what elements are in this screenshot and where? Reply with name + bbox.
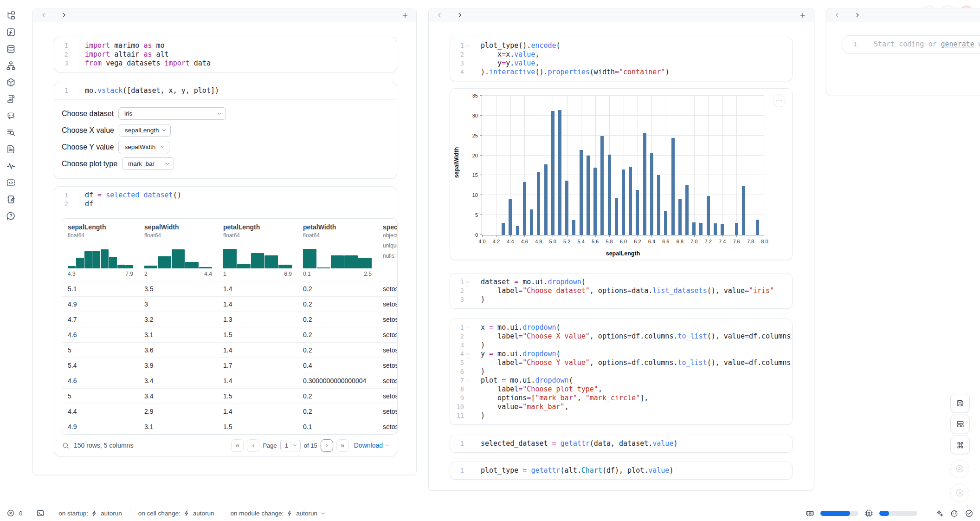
plot-type-cell[interactable]: 1plot_type = getattr(alt.Chart(df), plot… <box>450 462 793 480</box>
function-icon[interactable] <box>5 26 17 38</box>
connection-status-icon[interactable] <box>965 509 974 518</box>
bar[interactable] <box>509 199 512 235</box>
dependency-graph-icon[interactable] <box>5 59 17 72</box>
table-row[interactable]: 4.93.11.50.1setosa <box>62 419 397 434</box>
search-icon[interactable] <box>62 442 70 449</box>
code-text[interactable]: df <box>79 200 397 208</box>
bar[interactable] <box>657 175 660 235</box>
fold-chevron-icon[interactable] <box>464 278 471 287</box>
dataset-select[interactable]: iris <box>118 107 226 120</box>
bar[interactable] <box>742 186 745 235</box>
code-text[interactable]: dataset = mo.ui.dropdown( <box>475 278 792 287</box>
table-row[interactable]: 5.13.51.40.2setosa <box>62 281 397 296</box>
bar[interactable] <box>721 224 724 235</box>
column-header-species[interactable]: speciesobjectuniquenulls: <box>377 223 397 277</box>
dataset-dropdown-cell[interactable]: 1dataset = mo.ui.dropdown(2 label="Choos… <box>450 273 793 309</box>
page-select[interactable]: 1 <box>280 440 301 451</box>
bar[interactable] <box>622 169 625 235</box>
scratch-cell[interactable]: 1Start coding or generate with AI <box>843 35 980 53</box>
vstack-cell[interactable]: 1mo.vstack([dataset, x, y, plot]) Choose… <box>54 82 397 179</box>
table-row[interactable]: 4.42.91.40.2setosa <box>62 404 397 419</box>
bar[interactable] <box>551 111 554 235</box>
first-page-button[interactable]: « <box>231 439 244 452</box>
snippets-icon[interactable] <box>5 176 17 189</box>
code-text[interactable]: ) <box>475 411 792 420</box>
column-histogram[interactable] <box>68 244 133 268</box>
code-text[interactable]: label="Choose plot type", <box>475 385 792 394</box>
bar[interactable] <box>593 168 597 235</box>
bar[interactable] <box>664 211 667 235</box>
code-text[interactable]: label="Choose Y value", options=df.colum… <box>475 358 792 367</box>
column-header-sepalLength[interactable]: sepalLengthfloat644.37.9 <box>62 223 139 277</box>
terminal-icon[interactable] <box>36 509 45 517</box>
bar[interactable] <box>678 199 682 235</box>
column-histogram[interactable] <box>223 244 292 268</box>
chart-actions-button[interactable] <box>773 94 786 107</box>
code-text[interactable]: y=y.value, <box>475 59 792 68</box>
add-cell-button[interactable] <box>799 12 806 19</box>
code-text[interactable]: import marimo as mo <box>79 41 397 50</box>
bar[interactable] <box>636 190 639 235</box>
bar[interactable] <box>516 226 519 235</box>
document-icon[interactable] <box>5 143 17 155</box>
last-page-button[interactable]: » <box>336 439 349 452</box>
bar[interactable] <box>692 222 696 235</box>
bar[interactable] <box>707 196 710 235</box>
bar[interactable] <box>537 172 540 235</box>
table-row[interactable]: 5.43.91.70.4setosa <box>62 358 397 373</box>
chevron-right-icon[interactable] <box>60 12 67 19</box>
bar-chart[interactable]: 4.04.24.44.64.85.05.25.45.65.86.06.26.46… <box>482 96 764 235</box>
bar[interactable] <box>685 185 689 235</box>
encode-cell[interactable]: 1plot_type().encode(2 x=x.value,3 y=y.va… <box>450 37 793 81</box>
code-text[interactable]: from vega_datasets import data <box>79 59 397 68</box>
code-text[interactable]: ).interactive().properties(width="contai… <box>475 68 792 77</box>
plot-type-select[interactable]: mark_bar <box>122 157 174 170</box>
download-button[interactable]: Download <box>354 442 390 449</box>
column-header-petalLength[interactable]: petalLengthfloat6416.9 <box>218 223 297 277</box>
bar[interactable] <box>699 223 703 235</box>
column-histogram[interactable] <box>144 244 212 268</box>
code-text[interactable]: plot = mo.ui.dropdown( <box>475 376 792 385</box>
table-row[interactable]: 4.63.41.40.3000000000000004setosa <box>62 373 397 388</box>
y-value-select[interactable]: sepalWidth <box>118 141 169 153</box>
bar[interactable] <box>671 138 675 235</box>
fold-chevron-icon[interactable] <box>464 323 471 332</box>
prev-page-button[interactable]: ‹ <box>247 439 259 452</box>
chevron-left-icon[interactable] <box>436 12 443 19</box>
add-cell-button[interactable] <box>401 12 409 19</box>
code-text[interactable]: label="Choose X value", options=df.colum… <box>475 332 792 341</box>
layout-icon[interactable] <box>950 415 970 433</box>
dataframe-cell[interactable]: 1df = selected_dataset()2df sepalLengthf… <box>54 186 397 456</box>
command-icon[interactable] <box>950 436 970 454</box>
code-text[interactable]: options=["mark_bar", "mark_circle"], <box>475 394 792 403</box>
bar[interactable] <box>714 223 717 235</box>
on-startup-config[interactable]: on startup: autorun <box>58 510 122 517</box>
bar[interactable] <box>565 181 568 235</box>
bot-icon[interactable] <box>950 509 959 518</box>
bar[interactable] <box>502 223 505 235</box>
code-text[interactable]: Start coding or generate with AI <box>868 40 980 49</box>
column-histogram[interactable] <box>303 244 372 268</box>
bar[interactable] <box>615 198 618 235</box>
code-text[interactable]: x=x.value, <box>475 50 792 59</box>
code-text[interactable]: plot_type = getattr(alt.Chart(df), plot.… <box>475 466 792 475</box>
code-text[interactable]: df = selected_dataset() <box>79 191 397 200</box>
scratchpad-icon[interactable] <box>5 193 17 205</box>
bar[interactable] <box>544 164 548 235</box>
table-row[interactable]: 4.63.11.50.2setosa <box>62 327 397 342</box>
table-row[interactable]: 4.73.21.30.2setosa <box>62 312 397 327</box>
bar[interactable] <box>756 220 759 235</box>
code-text[interactable]: ) <box>475 367 792 376</box>
bar[interactable] <box>600 136 604 235</box>
code-text[interactable]: import altair as alt <box>79 50 397 59</box>
chevron-left-icon[interactable] <box>40 12 47 19</box>
bar[interactable] <box>629 167 632 235</box>
code-text[interactable]: value="mark_bar", <box>475 403 792 411</box>
database-icon[interactable] <box>5 43 17 55</box>
column-header-petalWidth[interactable]: petalWidthfloat640.12.5 <box>297 223 377 277</box>
code-text[interactable]: ) <box>475 295 792 304</box>
code-text[interactable]: ) <box>475 341 792 350</box>
code-text[interactable]: plot_type().encode( <box>475 41 792 50</box>
x-value-select[interactable]: sepalLength <box>119 124 171 137</box>
bar[interactable] <box>587 156 590 235</box>
